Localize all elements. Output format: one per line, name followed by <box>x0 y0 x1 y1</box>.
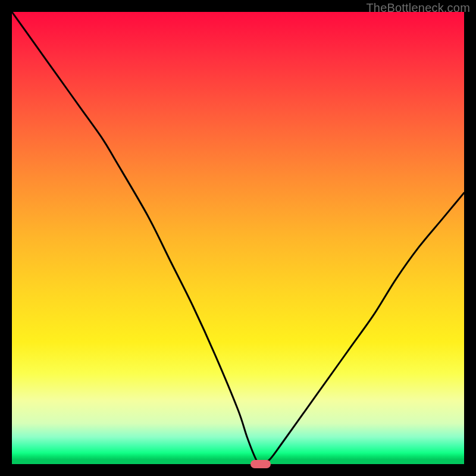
plot-area <box>12 12 464 464</box>
chart-frame: TheBottleneck.com <box>0 0 476 476</box>
bottleneck-curve <box>12 12 464 464</box>
optimal-marker <box>250 460 271 468</box>
